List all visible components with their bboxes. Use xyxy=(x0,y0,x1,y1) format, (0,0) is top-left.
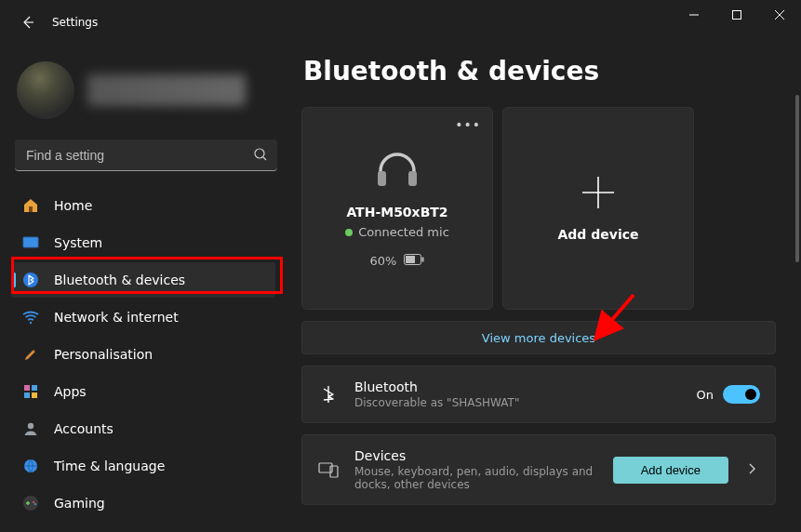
devices-icon xyxy=(317,460,340,479)
row-subtitle: Discoverable as "SHASHWAT" xyxy=(354,396,682,409)
svg-rect-9 xyxy=(24,392,30,398)
svg-rect-2 xyxy=(29,206,33,212)
svg-point-15 xyxy=(34,503,36,505)
sidebar-item-timelang[interactable]: Time & language xyxy=(11,448,275,484)
sidebar-item-label: System xyxy=(54,235,102,250)
svg-point-14 xyxy=(33,501,34,503)
plus-icon xyxy=(581,175,616,214)
svg-point-11 xyxy=(28,423,33,429)
globe-icon xyxy=(22,458,39,474)
brush-icon xyxy=(22,346,39,363)
page-title: Bluetooth & devices xyxy=(303,56,779,86)
row-subtitle: Mouse, keyboard, pen, audio, displays an… xyxy=(354,465,598,491)
svg-rect-10 xyxy=(32,392,37,398)
svg-rect-7 xyxy=(24,385,30,391)
device-status: Connected mic xyxy=(345,225,449,239)
search-box[interactable] xyxy=(15,140,277,171)
sidebar-item-gaming[interactable]: Gaming xyxy=(11,485,275,521)
device-battery: 60% xyxy=(370,254,425,268)
sidebar-item-label: Home xyxy=(54,198,92,213)
back-button[interactable] xyxy=(9,4,47,41)
sidebar-item-label: Gaming xyxy=(54,496,105,511)
sidebar-item-personalisation[interactable]: Personalisation xyxy=(11,337,275,372)
device-name: ATH-M50xBT2 xyxy=(346,205,447,219)
scrollbar[interactable] xyxy=(795,95,799,262)
svg-rect-0 xyxy=(733,11,741,20)
status-dot-icon xyxy=(345,229,353,236)
svg-rect-3 xyxy=(23,237,38,247)
sidebar-item-label: Apps xyxy=(54,384,87,399)
battery-icon xyxy=(404,254,424,268)
bluetooth-icon xyxy=(317,384,340,405)
chevron-right-icon[interactable] xyxy=(743,461,760,479)
row-title: Bluetooth xyxy=(354,379,682,394)
add-device-tile[interactable]: Add device xyxy=(502,107,694,310)
maximize-button[interactable] xyxy=(715,0,758,30)
svg-point-1 xyxy=(255,149,264,158)
bluetooth-toggle[interactable] xyxy=(723,385,760,404)
svg-point-13 xyxy=(23,496,38,511)
sidebar-item-network[interactable]: Network & internet xyxy=(11,299,275,335)
gaming-icon xyxy=(22,495,39,512)
view-more-devices-link[interactable]: View more devices xyxy=(301,321,776,354)
sidebar-item-label: Accounts xyxy=(54,421,113,436)
search-icon xyxy=(253,147,268,166)
minimize-button[interactable] xyxy=(673,0,715,30)
svg-rect-22 xyxy=(330,466,338,477)
add-device-button[interactable]: Add device xyxy=(613,457,728,484)
add-device-label: Add device xyxy=(558,227,639,242)
bluetooth-toggle-row: Bluetooth Discoverable as "SHASHWAT" On xyxy=(301,366,776,423)
devices-row[interactable]: Devices Mouse, keyboard, pen, audio, dis… xyxy=(301,434,776,505)
sidebar-item-system[interactable]: System xyxy=(11,225,275,260)
sidebar-item-label: Personalisation xyxy=(54,347,153,362)
sidebar-item-label: Time & language xyxy=(54,459,165,473)
sidebar-item-bluetooth[interactable]: Bluetooth & devices xyxy=(11,262,275,298)
apps-icon xyxy=(22,383,39,400)
content-area: Bluetooth & devices ••• ATH-M50xBT2 Conn… xyxy=(288,45,801,532)
device-tile[interactable]: ••• ATH-M50xBT2 Connected mic 60% xyxy=(301,107,493,310)
profile-name-redacted xyxy=(87,74,246,106)
svg-rect-19 xyxy=(422,258,424,262)
system-icon xyxy=(22,234,39,251)
search-input[interactable] xyxy=(15,140,277,171)
avatar xyxy=(17,61,74,119)
more-icon[interactable]: ••• xyxy=(455,117,481,132)
window-title: Settings xyxy=(52,16,98,29)
svg-rect-16 xyxy=(378,171,386,186)
sidebar-item-label: Bluetooth & devices xyxy=(54,273,185,287)
wifi-icon xyxy=(22,309,39,326)
sidebar-item-accounts[interactable]: Accounts xyxy=(11,411,275,446)
home-icon xyxy=(22,197,39,214)
sidebar-item-label: Network & internet xyxy=(54,310,179,325)
row-title: Devices xyxy=(354,448,598,463)
bluetooth-icon xyxy=(22,272,39,288)
sidebar-item-home[interactable]: Home xyxy=(11,188,275,223)
close-button[interactable] xyxy=(758,0,801,30)
sidebar-item-apps[interactable]: Apps xyxy=(11,374,275,409)
svg-rect-17 xyxy=(408,171,417,186)
headphones-icon xyxy=(371,149,423,193)
svg-rect-20 xyxy=(406,256,415,263)
svg-point-6 xyxy=(30,322,32,324)
svg-rect-8 xyxy=(32,385,37,391)
toggle-state-label: On xyxy=(697,388,714,402)
sidebar: Home System Bluetooth & devices Network … xyxy=(0,45,288,532)
profile-block[interactable] xyxy=(11,56,281,130)
person-icon xyxy=(22,420,39,437)
